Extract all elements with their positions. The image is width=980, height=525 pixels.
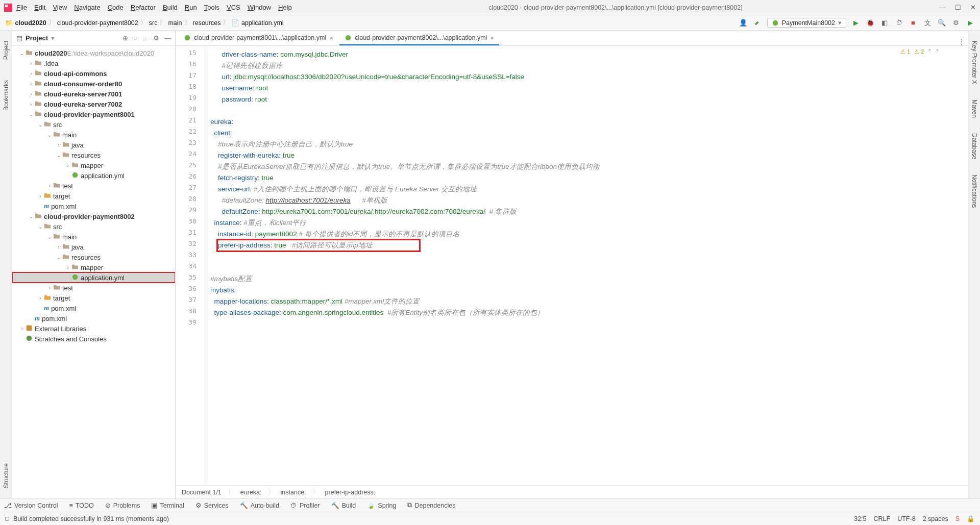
tree-node[interactable]: ›.idea [12, 58, 175, 68]
run-anything-icon[interactable]: ▶ [966, 18, 975, 28]
search-everywhere-icon[interactable]: 🔍 [937, 18, 946, 28]
crumb[interactable]: 📄 application.yml [231, 19, 283, 27]
tree-node[interactable]: ⌄main [12, 232, 175, 242]
code-line[interactable]: mybatis: [206, 285, 968, 296]
profiler-button[interactable]: ⏱ [894, 18, 903, 28]
tree-node[interactable]: ›cloud-eureka-server7002 [12, 99, 175, 109]
code-line[interactable]: fetch-registry: true [206, 172, 968, 184]
tool-services[interactable]: ⚙Services [195, 502, 229, 509]
tree-node[interactable]: ›java [12, 242, 175, 252]
tree-node[interactable]: mpom.xml [12, 303, 175, 313]
tree-node[interactable]: ⌄resources [12, 252, 175, 262]
menu-help[interactable]: Help [278, 4, 292, 11]
rail-bookmarks[interactable]: Bookmarks [3, 80, 10, 111]
indent-setting[interactable]: 2 spaces [923, 515, 948, 522]
tool-version-control[interactable]: ⎇Version Control [4, 502, 58, 509]
tree-node[interactable]: ⌄cloud-provider-payment8002 [12, 211, 175, 221]
expand-all-icon[interactable]: ≡ [133, 34, 137, 42]
tree-node[interactable]: ›test [12, 283, 175, 293]
tree-node[interactable]: ⌄main [12, 130, 175, 140]
code-line[interactable]: #true表示向注册中心注册自己，默认为true [206, 139, 968, 150]
debug-button[interactable]: 🐞 [866, 18, 875, 28]
translate-icon[interactable]: 文 [923, 18, 932, 28]
close-tab-icon[interactable]: ✕ [329, 35, 333, 41]
menu-code[interactable]: Code [108, 4, 124, 11]
menu-vcs[interactable]: VCS [227, 4, 240, 11]
code-line[interactable]: type-aliases-package: com.angenin.spring… [206, 307, 968, 318]
coverage-button[interactable]: ◧ [880, 18, 889, 28]
tree-node[interactable]: ⌄resources [12, 150, 175, 160]
run-config-selector[interactable]: PaymentMain8002 ▾ [767, 18, 846, 28]
tree-node[interactable]: ›mapper [12, 160, 175, 170]
code-line[interactable]: #记得先创建数据库 [206, 60, 968, 71]
tree-node[interactable]: ›cloud-api-commons [12, 68, 175, 79]
menu-file[interactable]: File [16, 4, 27, 11]
editor-crumb[interactable]: prefer-ip-address: [325, 489, 376, 496]
rail-project[interactable]: Project [3, 41, 10, 60]
lock-icon[interactable]: 🔒 [967, 515, 975, 522]
code-line[interactable]: #是否从EurekaServer抓取已有的注册信息，默认为true。单节点无所谓… [206, 161, 968, 172]
tree-node[interactable]: ›cloud-eureka-server7001 [12, 89, 175, 99]
crumb[interactable]: main [168, 19, 182, 27]
tool-todo[interactable]: ≡TODO [69, 502, 93, 509]
caret-position[interactable]: 32:5 [854, 515, 866, 522]
run-button[interactable]: ▶ [851, 18, 861, 28]
project-view-icon[interactable]: ▤ [16, 34, 22, 42]
tool-spring[interactable]: 🍃Spring [367, 502, 396, 509]
build-hammer-icon[interactable] [753, 18, 762, 28]
close-tab-icon[interactable]: ✕ [490, 35, 494, 41]
code-line[interactable]: password: root [206, 94, 968, 105]
stop-button[interactable]: ■ [909, 18, 918, 28]
close-icon[interactable]: ✕ [970, 4, 976, 11]
code-line[interactable] [206, 318, 968, 330]
rail-notifications[interactable]: Notifications [971, 174, 978, 208]
project-tree[interactable]: ⌄cloud2020 E:\idea-workspace\cloud2020›.… [12, 46, 175, 498]
tree-node[interactable]: Scratches and Consoles [12, 334, 175, 344]
code-line[interactable]: instance: #重点，和client平行 [206, 217, 968, 229]
user-icon[interactable]: 👤 [739, 18, 748, 28]
tool-auto-build[interactable]: 🔨Auto-build [240, 502, 279, 509]
tool-build[interactable]: 🔨Build [331, 502, 356, 509]
tree-node[interactable]: ›java [12, 140, 175, 150]
menu-refactor[interactable]: Refactor [131, 4, 156, 11]
tree-node[interactable]: ›mapper [12, 262, 175, 272]
locate-icon[interactable]: ⊕ [122, 34, 128, 42]
line-separator[interactable]: CRLF [874, 515, 891, 522]
code-line[interactable] [206, 105, 968, 116]
tree-node[interactable]: ›cloud-consumer-order80 [12, 79, 175, 89]
crumb[interactable]: resources [193, 19, 221, 27]
code-line[interactable]: client: [206, 128, 968, 139]
code-line[interactable]: eureka: [206, 116, 968, 128]
editor-crumb[interactable]: eureka: [240, 489, 262, 496]
code-line[interactable]: defaultZone: http://eureka7001.com:7001/… [206, 206, 968, 217]
code-line[interactable]: #defaultZone: http://localhost:7001/eure… [206, 195, 968, 206]
rail-structure[interactable]: Structure [3, 463, 10, 488]
tool-dependencies[interactable]: ⧉Dependencies [407, 502, 455, 509]
menu-tools[interactable]: Tools [204, 4, 219, 11]
code-line[interactable]: url: jdbc:mysql://localhost:3306/db2020?… [206, 71, 968, 83]
collapse-all-icon[interactable]: ≣ [142, 34, 148, 42]
tree-node[interactable]: application.yml [12, 170, 175, 181]
tree-node[interactable]: ⌄src [12, 221, 175, 232]
menu-view[interactable]: View [53, 4, 67, 11]
menu-run[interactable]: Run [185, 4, 197, 11]
tool-problems[interactable]: ⊘Problems [105, 502, 140, 509]
rail-database[interactable]: Database [971, 133, 978, 159]
tree-node[interactable]: ›test [12, 181, 175, 191]
crumb[interactable]: cloud-provider-payment8002 [57, 19, 138, 27]
tree-node[interactable]: application.yml [12, 272, 175, 283]
tool-profiler[interactable]: ⏱Profiler [290, 502, 320, 509]
hide-panel-icon[interactable]: — [164, 34, 171, 42]
tree-node[interactable]: ›External Libraries [12, 323, 175, 334]
maximize-icon[interactable]: ☐ [955, 4, 961, 11]
panel-settings-icon[interactable]: ⚙ [153, 34, 159, 42]
code-line[interactable]: prefer-ip-address: true #访问路径可以显示ip地址 [206, 240, 968, 251]
tree-node[interactable]: ›target [12, 293, 175, 303]
menu-window[interactable]: Window [248, 4, 271, 11]
code-editor[interactable]: driver-class-name: com.mysql.jdbc.Driver… [206, 46, 968, 485]
file-encoding[interactable]: UTF-8 [897, 515, 915, 522]
code-line[interactable]: username: root [206, 83, 968, 94]
editor-tab[interactable]: cloud-provider-payment8002\...\applicati… [339, 32, 499, 45]
editor-crumb[interactable]: instance: [281, 489, 306, 496]
tabs-menu-icon[interactable]: ⋮ [958, 38, 965, 45]
